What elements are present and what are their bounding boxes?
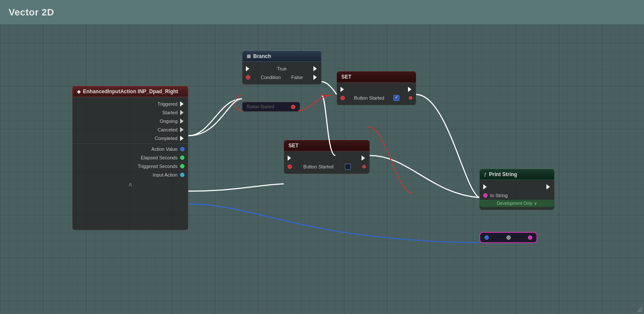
collapse-arrow[interactable]: ∧	[73, 179, 188, 189]
pin-triggered-sec-dot	[180, 164, 184, 168]
set-top-value-row: Button Started	[337, 94, 416, 102]
set-bottom-checkbox	[345, 164, 351, 170]
set-bottom-value-pin-in	[288, 165, 292, 169]
node-header-input: ◆ EnhancedInputAction INP_Dpad_Right	[72, 86, 188, 97]
input-icon: ◆	[77, 89, 80, 95]
pin-action-value-dot	[180, 147, 184, 151]
pin-exec-in	[246, 66, 250, 71]
node-title-input: EnhancedInputAction INP_Dpad_Right	[83, 88, 178, 95]
pin-triggered: Triggered	[73, 100, 188, 108]
pin-started-exec	[180, 110, 184, 115]
pin-false-out	[313, 75, 318, 80]
set-top-exec-in	[340, 87, 345, 92]
set-bottom-value-row: Button Started	[284, 162, 369, 171]
set-bottom-exec-out	[362, 155, 366, 161]
set-bottom-exec-row	[284, 154, 369, 162]
print-string-node: ƒ Print String In String Development Onl…	[479, 169, 555, 210]
pin-started: Started	[73, 108, 188, 117]
pin-triggered-exec	[180, 101, 184, 107]
node-title-branch: Branch	[253, 53, 271, 59]
set-node-bottom: SET Button Started	[284, 140, 370, 174]
set-top-value-pin-in	[340, 96, 345, 100]
pin-canceled: Canceled	[73, 125, 188, 134]
button-started-var-node: Button Started	[242, 102, 300, 112]
set-top-checkbox	[393, 95, 399, 101]
print-in-string-row: In String	[480, 191, 554, 200]
graph-title: Vector 2D	[9, 7, 54, 18]
pin-canceled-exec	[180, 127, 184, 132]
conv-pin-blue	[485, 235, 489, 240]
svg-line-2	[641, 311, 642, 312]
pin-completed-exec	[180, 136, 184, 141]
node-header-set-bottom: SET	[284, 140, 370, 151]
pin-elapsed-dot	[180, 155, 184, 160]
node-title-print: Print String	[489, 171, 517, 177]
resize-handle[interactable]	[636, 306, 642, 312]
dev-only-bar: Development Only ∨	[480, 200, 554, 207]
dev-only-chevron: ∨	[534, 201, 537, 206]
branch-icon: ⊞	[247, 54, 251, 59]
node-header-branch: ⊞ Branch	[242, 51, 322, 62]
branch-node: ⊞ Branch True Condition False	[242, 51, 322, 85]
set-bottom-exec-in	[288, 155, 292, 161]
set-bottom-title: SET	[288, 143, 298, 149]
pin-condition-dot	[246, 75, 250, 79]
conv-pin-pink	[528, 235, 532, 240]
node-body-input: Triggered Started Ongoing Canceled Compl…	[72, 97, 188, 230]
pin-ongoing-exec	[180, 119, 184, 124]
node-header-print: ƒ Print String	[479, 169, 555, 180]
pin-exec-row: True	[242, 64, 321, 73]
node-body-set-bottom: Button Started	[284, 151, 370, 174]
pin-input-action-dot	[180, 173, 184, 177]
node-body-set-top: Button Started	[337, 82, 416, 105]
print-exec-in	[483, 184, 488, 189]
print-exec-row	[480, 183, 554, 191]
pin-elapsed: Elapsed Seconds	[73, 153, 188, 162]
var-node-label: Button Started	[247, 104, 274, 109]
print-in-string-pin	[483, 193, 488, 198]
print-exec-out	[546, 184, 551, 189]
set-bottom-value-pin-out	[362, 165, 366, 168]
set-top-exec-out	[408, 87, 412, 92]
var-node-pin	[291, 105, 295, 109]
set-top-title: SET	[341, 74, 351, 80]
pin-true-out	[313, 66, 318, 71]
pin-triggered-sec: Triggered Seconds	[73, 162, 188, 171]
pin-ongoing: Ongoing	[73, 117, 188, 125]
pin-action-value: Action Value	[73, 145, 188, 153]
set-node-top: SET Button Started	[337, 71, 416, 105]
node-header-set-top: SET	[337, 71, 416, 82]
set-top-value-pin-out	[409, 96, 412, 100]
conv-pin-white	[506, 235, 511, 240]
node-body-branch: True Condition False	[242, 62, 322, 85]
conversion-node	[479, 232, 537, 243]
pin-condition-row: Condition False	[242, 73, 321, 82]
print-icon: ƒ	[484, 172, 487, 177]
set-top-exec-row	[337, 85, 416, 94]
node-body-print: In String Development Only ∨	[479, 180, 555, 210]
pin-completed: Completed	[73, 134, 188, 143]
enhanced-input-action-node: ◆ EnhancedInputAction INP_Dpad_Right Tri…	[72, 86, 188, 230]
pin-input-action: Input Action	[73, 171, 188, 179]
title-bar: Vector 2D	[0, 0, 644, 25]
dev-only-label: Development Only	[497, 201, 532, 206]
